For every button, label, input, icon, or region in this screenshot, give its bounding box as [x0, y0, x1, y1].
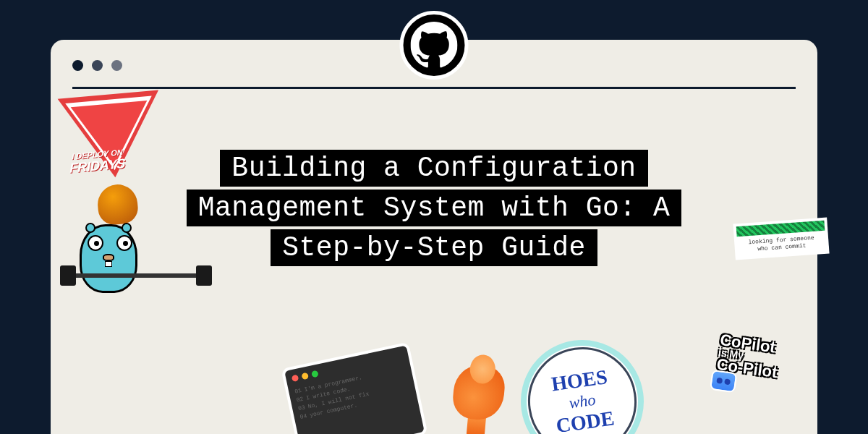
window-control-dot	[111, 60, 122, 71]
sticker-sudo: SUDO	[441, 362, 514, 434]
title-line: Building a Configuration	[220, 150, 647, 187]
github-icon	[411, 22, 458, 69]
svg-rect-0	[422, 36, 446, 43]
header-divider	[72, 87, 796, 89]
window-control-dot	[92, 60, 103, 71]
github-logo-badge	[400, 11, 469, 80]
window-control-dot	[72, 60, 83, 71]
title-line: Management System with Go: A	[187, 190, 682, 226]
title-line: Step-by-Step Guide	[271, 229, 597, 266]
article-title: Building a Configuration Management Syst…	[0, 148, 868, 268]
